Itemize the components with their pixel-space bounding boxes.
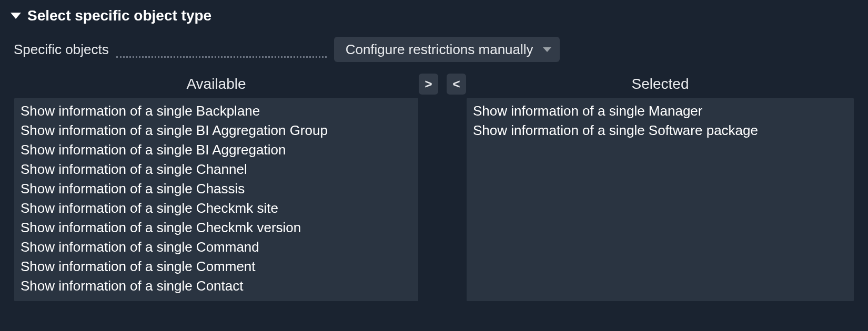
list-item[interactable]: Show information of a single Channel [19,160,413,179]
dropdown-selected-value: Configure restrictions manually [346,42,533,58]
list-item[interactable]: Show information of a single Chassis [19,179,413,199]
restrictions-dropdown[interactable]: Configure restrictions manually [334,37,560,62]
object-type-panel: Select specific object type Specific obj… [0,0,868,312]
chevron-down-icon [543,47,551,52]
spacer [419,98,466,98]
section-title: Select specific object type [27,7,211,24]
list-item[interactable]: Show information of a single Checkmk ver… [19,218,413,237]
selected-header: Selected [466,71,854,98]
list-item[interactable]: Show information of a single Command [19,237,413,257]
dual-list-transfer: Available > < Selected Show information … [11,71,857,302]
list-item[interactable]: Show information of a single Manager [472,101,849,121]
list-item[interactable]: Show information of a single Checkmk sit… [19,199,413,218]
available-header: Available [14,71,419,98]
section-header: Select specific object type [11,7,857,24]
selected-listbox[interactable]: Show information of a single ManagerShow… [466,98,854,302]
move-left-button[interactable]: < [447,74,466,95]
list-item[interactable]: Show information of a single BI Aggregat… [19,121,413,140]
specific-objects-row: Specific objects Configure restrictions … [11,37,857,62]
list-item[interactable]: Show information of a single Software pa… [472,121,849,140]
available-listbox[interactable]: Show information of a single BackplaneSh… [14,98,419,302]
list-item[interactable]: Show information of a single Contact [19,276,413,296]
list-item[interactable]: Show information of a single Comment [19,257,413,276]
list-item[interactable]: Show information of a single BI Aggregat… [19,140,413,160]
transfer-buttons: > < [419,71,466,98]
specific-objects-label: Specific objects [14,42,109,58]
move-right-button[interactable]: > [419,74,438,95]
collapse-toggle-icon[interactable] [11,13,21,19]
list-item[interactable]: Show information of a single Backplane [19,101,413,121]
dotted-leader [116,56,327,58]
